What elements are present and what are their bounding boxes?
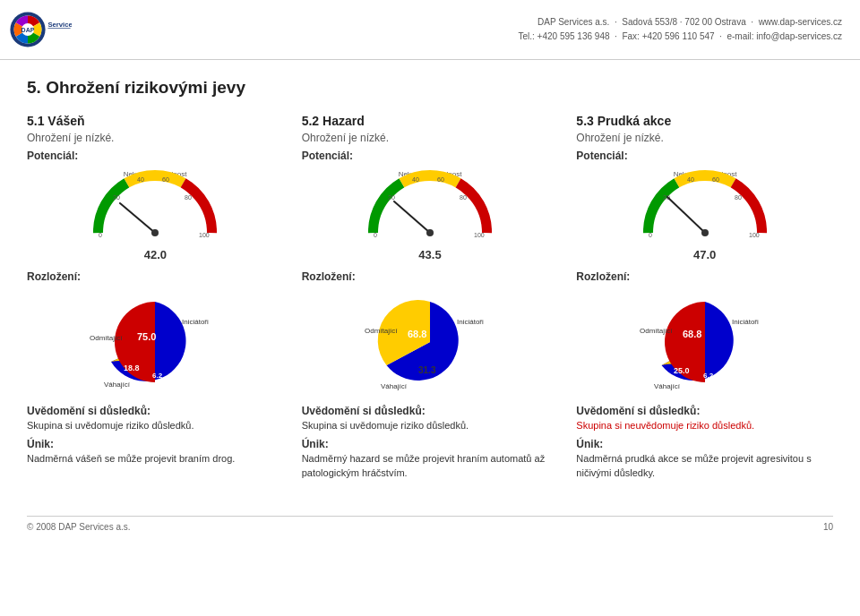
gauge-value-3: 47.0 <box>693 248 716 261</box>
uvedomeni-text-3: Skupina si neuvědomuje riziko důsledků. <box>576 419 833 432</box>
page-header: DAP Services DAP Services a.s. · Sadová … <box>0 0 860 60</box>
unik-title-2: Únik: <box>302 438 559 450</box>
svg-text:60: 60 <box>437 176 444 183</box>
svg-text:18.8: 18.8 <box>124 364 140 372</box>
svg-text:Iniciátoři: Iniciátoři <box>182 318 209 326</box>
company-address: Sadová 553/8 · 702 00 Ostrava <box>622 17 745 27</box>
gauge-value-1: 42.0 <box>144 248 167 261</box>
svg-text:Services: Services <box>47 21 72 29</box>
ohroz-1: Ohrožení je nízké. <box>27 132 284 144</box>
rozlozeni-1: Rozložení: <box>27 270 284 283</box>
svg-text:Odmítající: Odmítající <box>365 327 398 335</box>
svg-text:Váhající: Váhající <box>381 382 408 390</box>
company-website: www.dap-services.cz <box>759 17 842 27</box>
svg-text:80: 80 <box>460 194 467 201</box>
pie-svg-3: 68.8 25.0 6.2 Odmítající Iniciátoři Váha… <box>638 288 772 396</box>
col-prudka-akce: 5.3 Prudká akce Ohrožení je nízké. Poten… <box>567 114 833 480</box>
svg-text:0: 0 <box>374 232 377 238</box>
uvedomeni-title-2: Uvědomění si důsledků: <box>302 405 559 417</box>
gauge-value-2: 43.5 <box>418 248 441 261</box>
svg-text:60: 60 <box>162 176 169 183</box>
subtitle-2: 5.2 Hazard <box>302 114 559 128</box>
svg-text:60: 60 <box>712 176 719 183</box>
page-footer: © 2008 DAP Services a.s. 10 <box>27 516 833 537</box>
footer-page-number: 10 <box>823 522 833 532</box>
svg-text:Váhající: Váhající <box>104 381 131 389</box>
svg-text:Váhající: Váhající <box>654 382 681 390</box>
svg-text:6.2: 6.2 <box>152 372 163 380</box>
potencial-1: Potenciál: <box>27 150 284 162</box>
svg-text:80: 80 <box>185 194 192 201</box>
svg-text:20: 20 <box>388 194 395 201</box>
pie-svg-1: 75.0 18.8 6.2 Odmítající Iniciátoři Váha… <box>88 288 222 396</box>
three-columns: 5.1 Vášeň Ohrožení je nízké. Potenciál: … <box>27 114 833 480</box>
rozlozeni-3: Rozložení: <box>576 270 833 283</box>
gauge-svg-3: Nekontrolovatelnost 0 20 40 60 80 100 <box>638 166 772 246</box>
uvedomeni-title-1: Uvědomění si důsledků: <box>27 405 284 417</box>
company-tel: Tel.: +420 595 136 948 <box>518 31 609 41</box>
company-email: e-mail: info@dap-services.cz <box>727 31 842 41</box>
svg-text:Odmítající: Odmítající <box>640 327 673 335</box>
page-title: 5. Ohrožení rizikovými jevy <box>27 78 833 98</box>
company-fax: Fax: +420 596 110 547 <box>622 31 714 41</box>
uvedomeni-text-2: Skupina si uvědomuje riziko důsledků. <box>302 419 559 432</box>
uvedomeni-text-1: Skupina si uvědomuje riziko důsledků. <box>27 419 284 432</box>
svg-text:68.8: 68.8 <box>408 329 426 339</box>
subtitle-1: 5.1 Vášeň <box>27 114 284 128</box>
col-hazard: 5.2 Hazard Ohrožení je nízké. Potenciál:… <box>293 114 568 480</box>
svg-text:0: 0 <box>649 232 652 238</box>
rozlozeni-2: Rozložení: <box>302 270 559 283</box>
svg-text:6.2: 6.2 <box>703 372 714 380</box>
pie-1: 75.0 18.8 6.2 Odmítající Iniciátoři Váha… <box>27 288 284 396</box>
svg-text:40: 40 <box>412 176 419 183</box>
unik-text-2: Nadměrný hazard se může projevit hraním … <box>302 452 559 480</box>
gauge-svg-1: Nekontrolovatelnost 0 20 40 <box>88 166 222 246</box>
potencial-2: Potenciál: <box>302 150 559 162</box>
svg-text:68.8: 68.8 <box>683 329 701 339</box>
pie-2: 68.8 31.3 Odmítající Iniciátoři Váhající <box>302 288 559 396</box>
footer-copyright: © 2008 DAP Services a.s. <box>27 522 131 532</box>
svg-text:25.0: 25.0 <box>674 366 690 375</box>
svg-line-13 <box>120 203 155 233</box>
svg-text:DAP: DAP <box>22 27 35 33</box>
svg-point-14 <box>151 229 159 236</box>
main-content: 5. Ohrožení rizikovými jevy 5.1 Vášeň Oh… <box>0 60 860 498</box>
logo-area: DAP Services <box>9 7 72 52</box>
svg-text:100: 100 <box>474 232 485 238</box>
svg-text:100: 100 <box>199 232 210 238</box>
svg-text:20: 20 <box>113 194 120 201</box>
svg-point-29 <box>426 229 434 236</box>
header-contact-info: DAP Services a.s. · Sadová 553/8 · 702 0… <box>518 15 842 44</box>
svg-text:40: 40 <box>687 176 694 183</box>
gauge-svg-2: Nekontrolovatelnost 0 20 40 60 80 100 <box>363 166 497 246</box>
ohroz-2: Ohrožení je nízké. <box>302 132 559 144</box>
svg-line-28 <box>394 201 430 233</box>
potencial-3: Potenciál: <box>576 150 833 162</box>
gauge-2: Nekontrolovatelnost 0 20 40 60 80 100 <box>302 166 559 261</box>
subtitle-3: 5.3 Prudká akce <box>576 114 833 128</box>
svg-text:0: 0 <box>99 232 102 238</box>
svg-text:75.0: 75.0 <box>137 331 156 342</box>
company-name: DAP Services a.s. <box>538 17 609 27</box>
svg-text:31.3: 31.3 <box>418 365 436 375</box>
uvedomeni-title-3: Uvědomění si důsledků: <box>576 405 833 417</box>
unik-title-3: Únik: <box>576 438 833 450</box>
svg-text:80: 80 <box>735 194 742 201</box>
svg-text:100: 100 <box>749 232 760 238</box>
col-vashen: 5.1 Vášeň Ohrožení je nízké. Potenciál: … <box>27 114 293 480</box>
svg-line-42 <box>667 197 705 233</box>
unik-text-3: Nadměrná prudká akce se může projevit ag… <box>576 452 833 480</box>
gauge-1: Nekontrolovatelnost 0 20 40 <box>27 166 284 261</box>
unik-text-1: Nadměrná vášeň se může projevit braním d… <box>27 452 284 466</box>
unik-title-1: Únik: <box>27 438 284 450</box>
svg-point-43 <box>701 229 709 236</box>
svg-text:40: 40 <box>137 176 144 183</box>
gauge-3: Nekontrolovatelnost 0 20 40 60 80 100 <box>576 166 833 261</box>
pie-svg-2: 68.8 31.3 Odmítající Iniciátoři Váhající <box>363 288 497 396</box>
dap-logo: DAP Services <box>9 7 72 52</box>
ohroz-3: Ohrožení je nízké. <box>576 132 833 144</box>
svg-text:Iniciátoři: Iniciátoři <box>457 318 484 326</box>
svg-text:Odmítající: Odmítající <box>90 334 123 342</box>
svg-text:Iniciátoři: Iniciátoři <box>732 318 759 326</box>
pie-3: 68.8 25.0 6.2 Odmítající Iniciátoři Váha… <box>576 288 833 396</box>
